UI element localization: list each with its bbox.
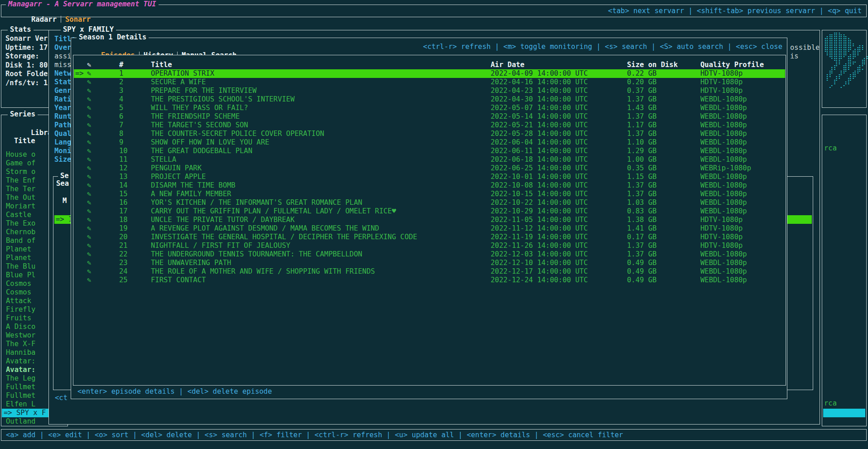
episode-number: 24 [119, 267, 128, 276]
episode-size: 1.15 GB [627, 173, 656, 181]
stats-line: Disk 1: 80 [5, 61, 48, 70]
episode-title: THE PRESTIGIOUS SCHOOL'S INTERVIEW [151, 95, 294, 104]
episode-row[interactable]: ✎ 11 STELLA 2022-06-18 14:00:00 UTC 1.00… [74, 155, 785, 164]
stats-line: Storage: [5, 52, 48, 61]
episode-quality-profile: WEBDL-1080p [700, 267, 747, 276]
episode-size: 1.03 GB [627, 198, 656, 207]
episode-quality-profile: WEBDL-1080p [700, 250, 747, 259]
episode-row[interactable]: ✎ 15 A NEW FAMILY MEMBER 2022-10-15 14:0… [74, 190, 785, 198]
episode-size: 1.10 GB [627, 138, 656, 147]
episode-row[interactable]: ✎ 17 CARRY OUT THE GRIFFIN PLAN / FULLME… [74, 207, 785, 216]
selection-marker: => [75, 69, 84, 78]
episode-air-date: 2022-10-15 14:00:00 UTC [491, 190, 588, 198]
episode-title: THE ROLE OF A MOTHER AND WIFE / SHOPPING… [151, 267, 375, 276]
episode-row[interactable]: ✎ 4 THE PRESTIGIOUS SCHOOL'S INTERVIEW 2… [74, 95, 785, 104]
pencil-icon: ✎ [87, 250, 91, 259]
episode-row[interactable]: ✎ 24 THE ROLE OF A MOTHER AND WIFE / SHO… [74, 267, 785, 276]
episode-row[interactable]: ✎ 22 THE UNDERGROUND TENNIS TOURNAMENT: … [74, 250, 785, 259]
episode-number: 22 [119, 250, 128, 259]
episode-size: 1.37 GB [627, 181, 656, 190]
episode-air-date: 2022-04-16 14:00:00 UTC [491, 78, 588, 87]
episode-size: 1.37 GB [627, 95, 656, 104]
episode-air-date: 2022-12-03 14:00:00 UTC [491, 250, 588, 259]
episode-title: DISARM THE TIME BOMB [151, 181, 236, 190]
column-quality-profile: Quality Profile [700, 61, 764, 69]
episode-quality-profile: WEBDL-1080p [700, 112, 747, 121]
season-details-help: <ctrl-r> refresh | <m> toggle monitoring… [423, 43, 782, 51]
episode-size: 0.37 GB [627, 87, 656, 95]
stats-line: Sonarr Ver [5, 34, 48, 43]
episode-number: 11 [119, 155, 128, 164]
episode-title: A NEW FAMILY MEMBER [151, 190, 231, 198]
episode-air-date: 2022-11-19 14:00:00 UTC [491, 233, 588, 241]
stats-line: Uptime: 17 [5, 43, 48, 53]
column-air-date: Air Date [491, 61, 525, 69]
pencil-icon: ✎ [87, 130, 91, 138]
episode-quality-profile: WEBDL-1080p [700, 147, 747, 155]
episode-row[interactable]: ✎ 2 SECURE A WIFE 2022-04-16 14:00:00 UT… [74, 78, 785, 87]
episode-number: 3 [119, 87, 123, 95]
pencil-icon: ✎ [87, 198, 91, 207]
episode-air-date: 2022-12-10 14:00:00 UTC [491, 259, 588, 267]
episode-air-date: 2022-11-26 14:00:00 UTC [491, 241, 588, 250]
episode-quality-profile: HDTV-1080p [700, 241, 743, 250]
episode-row[interactable]: ✎ 19 A REVENGE PLOT AGAINST DESMOND / MA… [74, 224, 785, 233]
episode-number: 4 [119, 95, 123, 104]
episode-row[interactable]: ✎ 9 SHOW OFF HOW IN LOVE YOU ARE 2022-06… [74, 138, 785, 147]
episode-size: 0.49 GB [627, 259, 656, 267]
episode-row[interactable]: ✎ 20 INVESTIGATE THE GENERAL HOSPITAL / … [74, 233, 785, 241]
episode-number: 10 [119, 147, 128, 155]
managarr-screen: Managarr - A Servarr management TUI Rada… [0, 0, 868, 449]
episode-size: 1.38 GB [627, 216, 656, 224]
episode-size: 0.22 GB [627, 69, 656, 78]
episode-row[interactable]: ✎ 10 THE GREAT DODGEBALL PLAN 2022-06-11… [74, 147, 785, 155]
episode-number: 15 [119, 190, 128, 198]
episode-row[interactable]: ✎ 21 NIGHTFALL / FIRST FIT OF JEALOUSY 2… [74, 241, 785, 250]
pencil-icon: ✎ [87, 190, 91, 198]
background-selected-row-fragment [823, 409, 865, 417]
episode-title: THE COUNTER-SECRET POLICE COVER OPERATIO… [151, 130, 324, 138]
episode-size: 1.17 GB [627, 121, 656, 130]
episodes-table-header: ✎ # Title Air Date Size on Disk Quality … [74, 61, 785, 69]
episode-size: 0.20 GB [627, 78, 656, 87]
pencil-icon: ✎ [87, 224, 91, 233]
tab-radarr[interactable]: Radarr [31, 15, 57, 24]
tab-sonarr[interactable]: Sonarr [65, 15, 91, 24]
episode-title: THE GREAT DODGEBALL PLAN [151, 147, 252, 155]
pencil-icon: ✎ [87, 95, 91, 104]
episode-row[interactable]: ✎ 18 UNCLE THE PRIVATE TUTOR / DAYBREAK … [74, 216, 785, 224]
episode-number: 7 [119, 121, 123, 130]
episode-quality-profile: WEBDL-1080p [700, 198, 747, 207]
episode-number: 25 [119, 276, 128, 285]
episode-quality-profile: WEBRip-1080p [700, 164, 751, 173]
pencil-icon: ✎ [87, 207, 91, 216]
episode-quality-profile: HDTV-1080p [700, 233, 743, 241]
episode-row[interactable]: ✎ 6 THE FRIENDSHIP SCHEME 2022-05-14 14:… [74, 112, 785, 121]
episode-row[interactable]: ✎ 12 PENGUIN PARK 2022-06-25 14:00:00 UT… [74, 164, 785, 173]
episodes-rows: => ✎ 1 OPERATION STRIX 2022-04-09 14:00:… [74, 69, 785, 285]
episode-size: 1.00 GB [627, 155, 656, 164]
episode-row[interactable]: ✎ 16 YOR'S KITCHEN / THE INFORMANT'S GRE… [74, 198, 785, 207]
pencil-icon: ✎ [87, 173, 91, 181]
background-text-fragment: rca [824, 144, 837, 153]
episode-row[interactable]: ✎ 23 THE UNWAVERING PATH 2022-12-10 14:0… [74, 259, 785, 267]
episode-quality-profile: WEBDL-1080p [700, 121, 747, 130]
episode-row[interactable]: => ✎ 1 OPERATION STRIX 2022-04-09 14:00:… [74, 69, 785, 78]
episode-number: 8 [119, 130, 123, 138]
episode-quality-profile: WEBDL-1080p [700, 138, 747, 147]
episode-row[interactable]: ✎ 3 PREPARE FOR THE INTERVIEW 2022-04-23… [74, 87, 785, 95]
episode-size: 1.43 GB [627, 104, 656, 112]
bottom-bar: <a> add | <e> edit | <o> sort | <del> de… [1, 429, 867, 441]
episode-row[interactable]: ✎ 5 WILL THEY PASS OR FAIL? 2022-05-07 1… [74, 104, 785, 112]
episode-row[interactable]: ✎ 7 THE TARGET'S SECOND SON 2022-05-21 1… [74, 121, 785, 130]
episode-row[interactable]: ✎ 8 THE COUNTER-SECRET POLICE COVER OPER… [74, 130, 785, 138]
episode-size: 1.29 GB [627, 147, 656, 155]
episode-title: A REVENGE PLOT AGAINST DESMOND / MAMA BE… [151, 224, 379, 233]
episode-size: 1.37 GB [627, 241, 656, 250]
episode-quality-profile: HDTV-1080p [700, 87, 743, 95]
episode-row[interactable]: ✎ 13 PROJECT APPLE 2022-10-01 14:00:00 U… [74, 173, 785, 181]
pencil-icon: ✎ [87, 87, 91, 95]
episode-row[interactable]: ✎ 25 FIRST CONTACT 2022-12-24 14:00:00 U… [74, 276, 785, 285]
episode-quality-profile: WEBDL-1080p [700, 130, 747, 138]
episode-row[interactable]: ✎ 14 DISARM THE TIME BOMB 2022-10-08 14:… [74, 181, 785, 190]
